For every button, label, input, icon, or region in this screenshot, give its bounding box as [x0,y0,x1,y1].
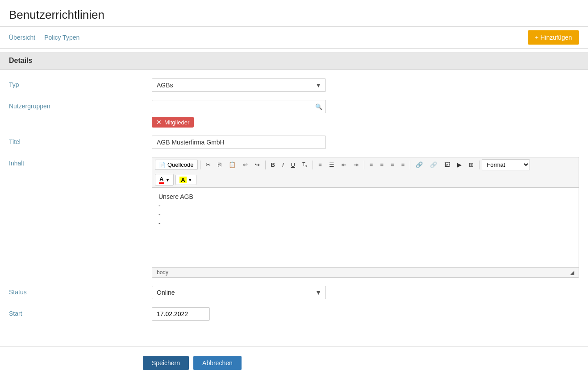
indent-more-button[interactable]: ⇥ [350,160,362,170]
status-select[interactable]: Online Offline Entwurf [152,286,326,299]
italic-button[interactable]: I [279,160,287,170]
font-color-button[interactable]: A ▼ [155,174,174,186]
tag-label: Mitglieder [164,119,189,126]
format-select[interactable]: Format Überschrift 1 Überschrift 2 Absat… [482,159,530,170]
status-label: Status [9,286,152,296]
sep-2 [265,161,266,169]
form-container: Typ AGBs Datenschutz Impressum ▼ Nutzerg… [0,70,588,338]
start-control [152,307,579,321]
titel-row: Titel [9,136,579,149]
font-color-dropdown-icon: ▼ [165,177,170,182]
typ-select-wrap: AGBs Datenschutz Impressum ▼ [152,78,326,92]
video-button[interactable]: ▶ [454,160,465,170]
nutzergruppen-search-input[interactable] [152,100,326,113]
inhalt-row: Inhalt 📄 Quellcode ✂ ⎘ 📋 ↩ ↪ B [9,157,579,278]
cancel-button[interactable]: Abbrechen [193,356,242,370]
bg-color-dropdown-icon: ▼ [188,177,192,182]
status-row: Status Online Offline Entwurf ▼ [9,286,579,299]
content-line-2: - [158,202,572,209]
undo-button[interactable]: ↩ [240,160,251,170]
editor-footer: body ◢ [152,268,579,278]
titel-control [152,136,579,149]
editor-toolbar-row1: 📄 Quellcode ✂ ⎘ 📋 ↩ ↪ B I U Tx ≡ [152,157,579,172]
titel-input[interactable] [152,136,326,149]
redo-button[interactable]: ↪ [252,160,263,170]
mitglieder-tag: ✕ Mitglieder [152,117,194,128]
nutzergruppen-control: 🔍 ✕ Mitglieder [152,100,579,128]
typ-row: Typ AGBs Datenschutz Impressum ▼ [9,78,579,92]
footer-buttons: Speichern Abbrechen [0,346,588,371]
typ-label: Typ [9,78,152,88]
details-heading: Details [9,57,32,64]
paste-button[interactable]: 📋 [225,160,239,170]
save-button[interactable]: Speichern [143,356,189,370]
copy-button[interactable]: ⎘ [215,160,225,170]
indent-less-button[interactable]: ⇤ [338,160,350,170]
clear-format-button[interactable]: Tx [299,160,310,170]
nav-link-policy-types[interactable]: Policy Typen [44,34,79,41]
align-center-button[interactable]: ≡ [377,160,387,170]
unordered-list-button[interactable]: ☰ [326,160,338,170]
status-select-wrap: Online Offline Entwurf ▼ [152,286,326,299]
bold-button[interactable]: B [268,160,278,170]
ordered-list-button[interactable]: ≡ [315,160,325,170]
editor-toolbar-row2: A ▼ A ▼ [152,172,579,187]
search-icon: 🔍 [315,103,322,110]
start-date-input[interactable] [152,307,210,321]
table-button[interactable]: ⊞ [466,160,477,170]
typ-select[interactable]: AGBs Datenschutz Impressum [152,78,326,92]
align-left-button[interactable]: ≡ [367,160,376,170]
details-section-header: Details [0,52,588,70]
cut-button[interactable]: ✂ [203,160,214,170]
unlink-button[interactable]: 🔗 [427,160,440,170]
sep-3 [313,161,313,169]
inhalt-control: 📄 Quellcode ✂ ⎘ 📋 ↩ ↪ B I U Tx ≡ [152,157,579,278]
source-label: Quellcode [167,161,194,168]
add-button[interactable]: + Hinzufügen [528,30,579,45]
sep-4 [364,161,364,169]
bg-color-icon: A [179,177,186,183]
nav-links: Übersicht Policy Typen [9,34,79,41]
editor-body-label: body [157,269,168,276]
sep-5 [410,161,410,169]
nutzergruppen-row: Nutzergruppen 🔍 ✕ Mitglieder [9,100,579,128]
content-line-4: - [158,220,572,227]
editor-wrapper: 📄 Quellcode ✂ ⎘ 📋 ↩ ↪ B I U Tx ≡ [152,157,579,278]
nutzergruppen-search-wrap: 🔍 [152,100,326,113]
link-button[interactable]: 🔗 [413,160,426,170]
start-row: Start [9,307,579,321]
inhalt-label: Inhalt [9,157,152,167]
page-header: Benutzerrichtlinien [0,0,588,26]
typ-control: AGBs Datenschutz Impressum ▼ [152,78,579,92]
start-label: Start [9,307,152,317]
source-button[interactable]: 📄 Quellcode [155,160,198,170]
align-right-button[interactable]: ≡ [388,160,397,170]
titel-label: Titel [9,136,152,145]
content-line-3: - [158,211,572,218]
align-justify-button[interactable]: ≡ [398,160,408,170]
editor-content[interactable]: Unsere AGB - - - [152,187,579,268]
nutzergruppen-label: Nutzergruppen [9,100,152,110]
image-button[interactable]: 🖼 [441,160,453,170]
sep-1 [200,161,200,169]
sep-6 [479,161,480,169]
content-line-1: Unsere AGB [158,193,572,200]
underline-button[interactable]: U [288,160,298,170]
bg-color-button[interactable]: A ▼ [175,175,196,185]
font-color-icon: A [159,176,164,184]
editor-resize-handle[interactable]: ◢ [570,269,574,276]
page-title: Benutzerrichtlinien [9,8,579,22]
source-icon: 📄 [159,162,166,168]
nav-bar: Übersicht Policy Typen + Hinzufügen [0,26,588,49]
tag-remove-icon[interactable]: ✕ [156,119,162,126]
status-control: Online Offline Entwurf ▼ [152,286,579,299]
nav-link-overview[interactable]: Übersicht [9,34,35,41]
